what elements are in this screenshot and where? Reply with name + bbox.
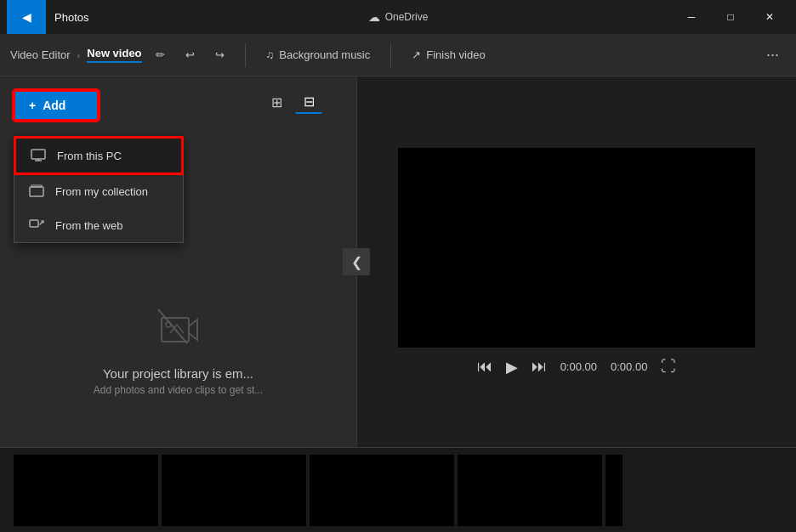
from-web-item[interactable]: From the web [14,208,183,242]
app-name: Photos [54,11,672,24]
restore-icon: □ [727,11,733,23]
more-icon: ··· [766,46,779,64]
time-total: 0:00.00 [611,360,647,373]
from-pc-item[interactable]: From this PC [14,137,183,174]
close-button[interactable]: ✕ [750,0,789,34]
add-dropdown-menu: From this PC From my collection [14,136,184,243]
more-button[interactable]: ··· [759,42,786,67]
onedrive-label: OneDrive [385,11,429,23]
svg-rect-4 [31,185,42,187]
skip-forward-button[interactable]: ⏭ [532,358,547,376]
toolbar-separator-2 [390,43,391,67]
minimize-icon: ─ [688,11,696,23]
background-music-button[interactable]: ♫ Background music [259,45,378,65]
back-button[interactable]: ◀ [7,0,46,34]
empty-title: Your project library is em... [51,366,306,381]
cloud-icon: ☁ [368,10,380,24]
empty-state: Your project library is em... Add photos… [51,301,306,396]
view-toggles: ⊞ ⊟ [263,90,322,114]
title-bar: ◀ Photos ☁ OneDrive ─ □ ✕ [0,0,796,34]
breadcrumb-current: New video [87,47,141,63]
web-icon [28,217,45,234]
back-icon: ◀ [22,10,31,24]
onedrive-indicator: ☁ OneDrive [368,10,429,24]
right-panel: ⏮ ▶ ⏭ 0:00.00 0:00.00 ⛶ [357,76,796,447]
redo-icon: ↪ [215,48,225,61]
timeline-item[interactable] [458,455,602,526]
music-icon: ♫ [266,48,275,61]
finish-video-label: Finish video [426,48,485,61]
main-layout: + Add ⊞ ⊟ From this PC [0,76,796,447]
edit-icon: ✏ [156,48,165,61]
video-preview [398,148,755,348]
svg-line-8 [158,309,187,343]
grid-small-icon: ⊟ [304,93,315,110]
breadcrumb-chevron: › [77,50,81,60]
restore-button[interactable]: □ [711,0,750,34]
minimize-button[interactable]: ─ [672,0,711,34]
fullscreen-button[interactable]: ⛶ [661,358,676,376]
add-label: Add [43,99,65,112]
empty-subtitle: Add photos and video clips to get st... [51,384,306,396]
add-button[interactable]: + Add [14,90,99,121]
window-controls: ─ □ ✕ [672,0,789,34]
view-large-grid-button[interactable]: ⊞ [263,90,290,114]
from-pc-label: From this PC [57,150,122,162]
time-current: 0:00.00 [560,360,597,373]
svg-rect-5 [30,220,38,227]
toolbar: Video Editor › New video ✏ ↩ ↪ ♫ Backgro… [0,34,796,76]
from-web-label: From the web [55,219,122,232]
timeline-item[interactable] [162,455,306,526]
breadcrumb-parent[interactable]: Video Editor [10,48,71,61]
timeline-item[interactable] [14,455,158,526]
undo-button[interactable]: ↩ [179,45,202,65]
empty-icon [51,301,306,359]
collection-icon [28,183,45,200]
undo-icon: ↩ [185,48,195,61]
redo-button[interactable]: ↪ [208,45,231,65]
skip-back-button[interactable]: ⏮ [477,358,492,376]
timeline-item-partial [606,455,623,526]
edit-button[interactable]: ✏ [149,45,172,65]
grid-large-icon: ⊞ [271,94,282,110]
from-collection-item[interactable]: From my collection [14,174,183,208]
timeline-item[interactable] [310,455,454,526]
play-button[interactable]: ▶ [506,358,518,376]
pc-icon [30,147,47,164]
toolbar-separator-1 [245,43,246,67]
svg-rect-0 [31,150,45,159]
plus-icon: + [29,99,36,112]
from-collection-label: From my collection [55,185,148,198]
collapse-icon: ❮ [351,254,362,270]
collapse-panel-button[interactable]: ❮ [343,248,370,275]
left-panel: + Add ⊞ ⊟ From this PC [0,76,357,447]
breadcrumb: Video Editor › New video [10,47,142,63]
background-music-label: Background music [279,48,370,61]
export-icon: ↗ [412,48,421,61]
svg-rect-3 [30,187,43,196]
bottom-timeline [0,447,796,532]
finish-video-button[interactable]: ↗ Finish video [405,45,492,65]
view-small-grid-button[interactable]: ⊟ [295,90,322,114]
video-controls: ⏮ ▶ ⏭ 0:00.00 0:00.00 ⛶ [477,358,677,376]
close-icon: ✕ [765,11,774,23]
